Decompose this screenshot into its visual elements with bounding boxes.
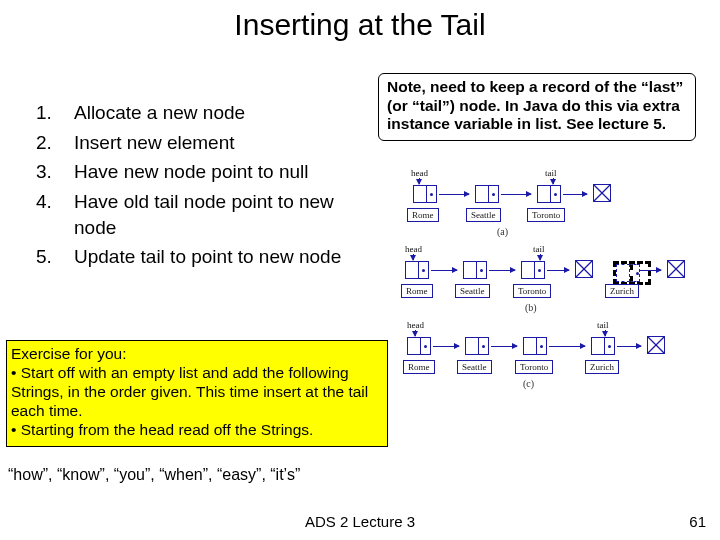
diagram-letter: (a) <box>497 226 508 237</box>
slide: Inserting at the Tail 1. Allocate a new … <box>0 0 720 540</box>
head-label: head <box>411 168 428 178</box>
step-number: 3. <box>36 159 74 185</box>
null-symbol-icon <box>593 184 611 202</box>
exercise-heading: Exercise for you: <box>11 345 381 364</box>
null-symbol-icon <box>647 336 665 354</box>
steps-list: 1. Allocate a new node 2. Insert new ele… <box>36 100 356 274</box>
node-label: Toronto <box>527 208 565 222</box>
arrow-right-icon <box>547 270 569 271</box>
arrow-right-icon <box>549 346 585 347</box>
list-item: 2. Insert new element <box>36 130 356 156</box>
node-label: Rome <box>401 284 433 298</box>
diagram-letter: (c) <box>523 378 534 389</box>
arrow-right-icon <box>489 270 515 271</box>
note-box: Note, need to keep a record of the “last… <box>378 73 696 141</box>
arrow-down-icon <box>415 330 416 336</box>
node-label: Rome <box>403 360 435 374</box>
list-node-new <box>613 261 651 285</box>
tail-label: tail <box>545 168 557 178</box>
null-symbol-icon <box>667 260 685 278</box>
node-label: Seattle <box>457 360 492 374</box>
list-item: 5. Update tail to point to new node <box>36 244 356 270</box>
arrow-down-icon <box>413 254 414 260</box>
node-label: Toronto <box>515 360 553 374</box>
tail-label: tail <box>597 320 609 330</box>
tail-label: tail <box>533 244 545 254</box>
node-label: Rome <box>407 208 439 222</box>
arrow-right-icon <box>433 346 459 347</box>
head-label: head <box>405 244 422 254</box>
diagram-a: head tail Rome Seattle Toronto (a) <box>405 170 701 242</box>
exercise-box: Exercise for you: • Start off with an em… <box>6 340 388 447</box>
step-text: Update tail to point to new node <box>74 244 356 270</box>
step-text: Allocate a new node <box>74 100 356 126</box>
node-label: Seattle <box>455 284 490 298</box>
list-item: 1. Allocate a new node <box>36 100 356 126</box>
node-label: Zurich <box>605 284 639 298</box>
list-item: 4. Have old tail node point to new node <box>36 189 356 240</box>
page-number: 61 <box>689 513 706 530</box>
exercise-bullet: • Start off with an empty list and add t… <box>11 364 381 421</box>
list-item: 3. Have new node point to null <box>36 159 356 185</box>
arrow-right-icon <box>431 270 457 271</box>
arrow-down-icon <box>553 178 554 184</box>
null-symbol-icon <box>575 260 593 278</box>
step-text: Have new node point to null <box>74 159 356 185</box>
step-text: Have old tail node point to new node <box>74 189 356 240</box>
arrow-right-icon <box>501 194 531 195</box>
diagram-c: head tail Rome Seattle Toronto Zurich (c… <box>405 322 701 394</box>
linked-list-diagrams: head tail Rome Seattle Toronto (a) head … <box>405 170 701 398</box>
exercise-bullet: • Starting from the head read off the St… <box>11 421 381 440</box>
footer-text: ADS 2 Lecture 3 <box>0 513 720 530</box>
step-number: 1. <box>36 100 74 126</box>
arrow-right-icon <box>617 346 641 347</box>
step-number: 5. <box>36 244 74 270</box>
node-label: Toronto <box>513 284 551 298</box>
head-label: head <box>407 320 424 330</box>
step-number: 4. <box>36 189 74 240</box>
slide-title: Inserting at the Tail <box>0 8 720 42</box>
diagram-b: head tail Rome Seattle Toronto Zurich (b… <box>405 246 701 318</box>
diagram-letter: (b) <box>525 302 537 313</box>
node-label: Zurich <box>585 360 619 374</box>
arrow-down-icon <box>540 254 541 260</box>
arrow-right-icon <box>439 194 469 195</box>
node-label: Seattle <box>466 208 501 222</box>
arrow-right-icon <box>563 194 587 195</box>
step-text: Insert new element <box>74 130 356 156</box>
step-number: 2. <box>36 130 74 156</box>
arrow-right-icon <box>639 270 661 271</box>
arrow-right-icon <box>491 346 517 347</box>
string-sequence: “how”, “know”, “you”, “when”, “easy”, “i… <box>8 466 300 484</box>
arrow-down-icon <box>419 178 420 184</box>
arrow-down-icon <box>605 330 606 336</box>
